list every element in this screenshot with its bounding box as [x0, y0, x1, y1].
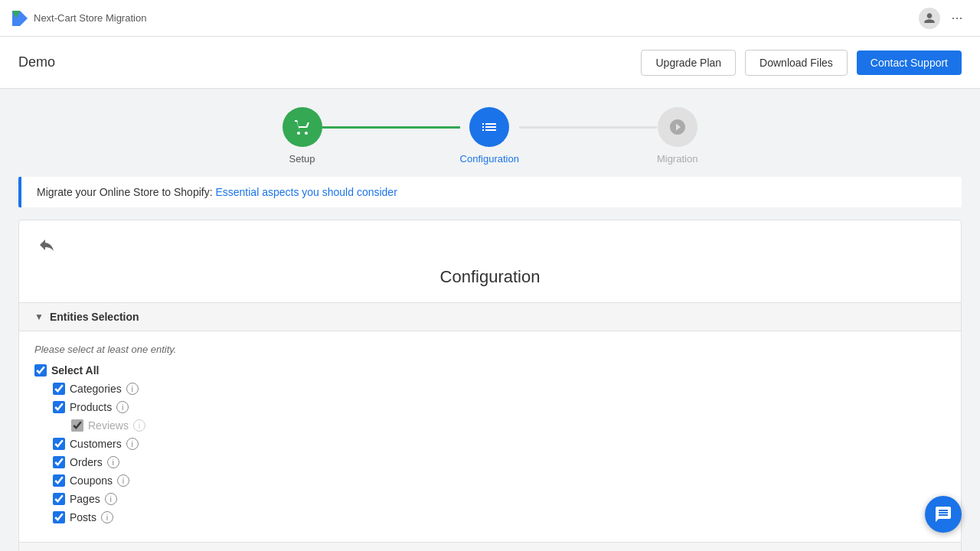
- chat-support-button[interactable]: [925, 496, 962, 533]
- products-row[interactable]: Products i: [53, 401, 946, 413]
- upgrade-plan-button[interactable]: Upgrade Plan: [641, 50, 736, 76]
- products-label: Products: [70, 401, 112, 413]
- main-content: Configuration ▼ Entities Selection Pleas…: [0, 220, 980, 551]
- orders-label: Orders: [70, 456, 103, 468]
- configuration-card: Configuration ▼ Entities Selection Pleas…: [18, 220, 962, 551]
- card-title: Configuration: [19, 261, 961, 302]
- orders-info-icon[interactable]: i: [107, 456, 119, 468]
- info-banner-link[interactable]: Essential aspects you should consider: [215, 186, 397, 198]
- products-info-icon[interactable]: i: [116, 401, 129, 413]
- step-setup-circle: [283, 107, 322, 147]
- download-files-button[interactable]: Download Files: [745, 50, 848, 76]
- customers-label: Customers: [70, 438, 122, 450]
- categories-row[interactable]: Categories i: [53, 383, 946, 395]
- step-configuration-label: Configuration: [460, 153, 519, 165]
- categories-checkbox[interactable]: [53, 383, 65, 395]
- select-all-checkbox[interactable]: [34, 364, 47, 377]
- entities-checkboxes: Please select at least one entity. Selec…: [19, 331, 961, 542]
- additional-section-header[interactable]: ▼ Additional Options: [19, 542, 961, 551]
- select-all-row[interactable]: Select All: [34, 364, 946, 377]
- products-checkbox[interactable]: [53, 401, 65, 413]
- pages-info-icon[interactable]: i: [105, 493, 117, 505]
- posts-checkbox[interactable]: [53, 511, 65, 523]
- app-logo-icon: [12, 11, 28, 26]
- pages-row[interactable]: Pages i: [53, 493, 946, 505]
- coupons-checkbox[interactable]: [53, 474, 65, 487]
- posts-info-icon[interactable]: i: [101, 511, 113, 523]
- connector-1: [322, 126, 460, 129]
- step-configuration: Configuration: [460, 107, 519, 165]
- header-actions: Upgrade Plan Download Files Contact Supp…: [641, 50, 962, 76]
- step-migration: Migration: [657, 107, 697, 165]
- posts-row[interactable]: Posts i: [53, 511, 946, 523]
- posts-label: Posts: [70, 511, 96, 523]
- orders-checkbox[interactable]: [53, 456, 65, 468]
- pages-label: Pages: [70, 493, 100, 505]
- reviews-info-icon[interactable]: i: [133, 419, 145, 432]
- step-setup: Setup: [283, 107, 322, 165]
- step-setup-label: Setup: [289, 153, 315, 165]
- entities-hint: Please select at least one entity.: [34, 344, 946, 355]
- topbar-left: Next-Cart Store Migration: [12, 11, 146, 26]
- coupons-label: Coupons: [70, 474, 113, 487]
- step-migration-label: Migration: [657, 153, 697, 165]
- coupons-info-icon[interactable]: i: [117, 474, 129, 487]
- customers-info-icon[interactable]: i: [126, 438, 139, 450]
- step-migration-circle: [658, 107, 697, 147]
- entities-section-header[interactable]: ▼ Entities Selection: [19, 302, 961, 331]
- reviews-label: Reviews: [88, 419, 129, 432]
- steps-container: Setup Configuration Migration: [0, 89, 980, 177]
- app-title: Next-Cart Store Migration: [34, 12, 146, 24]
- more-icon[interactable]: ···: [946, 8, 968, 29]
- back-area: [19, 220, 961, 261]
- info-banner: Migrate your Online Store to Shopify: Es…: [18, 177, 962, 207]
- contact-support-button[interactable]: Contact Support: [857, 51, 962, 75]
- entities-chevron-icon: ▼: [34, 311, 44, 322]
- categories-label: Categories: [70, 383, 122, 395]
- back-button[interactable]: [34, 233, 59, 261]
- header: Demo Upgrade Plan Download Files Contact…: [0, 37, 980, 89]
- coupons-row[interactable]: Coupons i: [53, 474, 946, 487]
- connector-2: [519, 126, 657, 129]
- user-icon[interactable]: [919, 8, 940, 29]
- step-configuration-circle: [469, 107, 509, 147]
- orders-row[interactable]: Orders i: [53, 456, 946, 468]
- categories-info-icon[interactable]: i: [126, 383, 139, 395]
- customers-row[interactable]: Customers i: [53, 438, 946, 450]
- info-banner-text: Migrate your Online Store to Shopify:: [37, 186, 213, 198]
- customers-checkbox[interactable]: [53, 438, 65, 450]
- reviews-row[interactable]: Reviews i: [71, 419, 946, 432]
- demo-label: Demo: [18, 54, 55, 70]
- topbar-right: ···: [919, 8, 968, 29]
- topbar: Next-Cart Store Migration ···: [0, 0, 980, 37]
- entities-section-label: Entities Selection: [50, 311, 139, 323]
- select-all-label: Select All: [51, 364, 100, 377]
- pages-checkbox[interactable]: [53, 493, 65, 505]
- reviews-checkbox[interactable]: [71, 419, 83, 432]
